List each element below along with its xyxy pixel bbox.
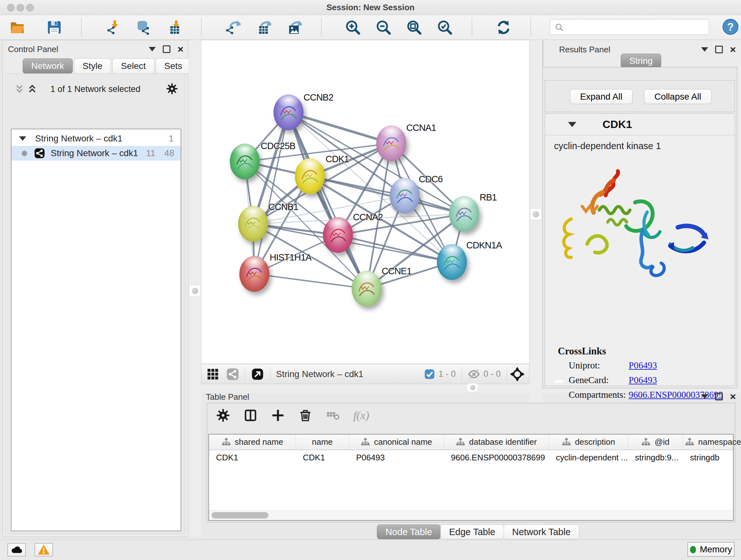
refresh-button[interactable]	[495, 19, 512, 36]
network-node-count: 11	[146, 148, 155, 159]
import-network-database-button[interactable]	[135, 19, 152, 36]
save-session-button[interactable]	[46, 19, 63, 36]
network-node-CDK1[interactable]	[295, 159, 325, 194]
table-cell[interactable]: 9606.ENSP00000378699	[444, 449, 549, 465]
show-columns-button[interactable]	[244, 408, 258, 422]
network-node-HIST1H1A[interactable]	[239, 256, 269, 292]
control-panel-float-icon[interactable]	[163, 45, 171, 53]
results-panel-float-icon[interactable]	[715, 46, 723, 53]
crosslink-row: Compartments: 9606.ENSP00000378699	[569, 389, 626, 400]
table-panel-float-icon[interactable]	[715, 393, 723, 400]
right-splitter-handle[interactable]	[530, 208, 542, 220]
network-column-icon	[562, 437, 571, 447]
network-canvas[interactable]: CCNB2 CCNA1 CDC25B CDK1 CDC6 RB1	[201, 40, 529, 364]
tab-node-table[interactable]: Node Table	[377, 524, 441, 539]
table-settings-gear-button[interactable]	[216, 408, 230, 422]
column-header-description[interactable]: description	[549, 435, 628, 449]
control-panel-body: 1 of 1 Network selected String Network –…	[5, 73, 185, 534]
warnings-button[interactable]	[35, 543, 53, 557]
network-collection-row[interactable]: String Network – cdk1 1	[11, 131, 181, 146]
memory-button[interactable]: Memory	[687, 542, 735, 557]
table-cell[interactable]: P06493	[349, 449, 444, 465]
open-file-button[interactable]	[9, 19, 25, 36]
tab-select[interactable]: Select	[112, 58, 154, 74]
birdseye-view-button[interactable]	[251, 368, 264, 381]
column-header-namespace[interactable]: namespace	[683, 435, 741, 449]
network-node-CCNB1[interactable]	[238, 206, 268, 242]
table-cell[interactable]: cyclin-dependent ...	[549, 449, 628, 465]
show-grid-button[interactable]	[206, 368, 219, 381]
protein-structure-image	[551, 162, 724, 289]
fit-selected-button[interactable]	[510, 367, 525, 381]
node-label-CCNE1: CCNE1	[382, 266, 411, 276]
cloud-button[interactable]	[7, 543, 26, 557]
tab-string[interactable]: String	[621, 54, 661, 68]
network-node-CDKN1A[interactable]	[437, 244, 467, 280]
tab-network-table[interactable]: Network Table	[503, 524, 579, 539]
network-share-view-button[interactable]	[226, 368, 239, 381]
column-header-name[interactable]: name	[296, 435, 349, 449]
table-cell[interactable]: stringdb	[683, 449, 741, 465]
export-image-button[interactable]	[286, 19, 302, 36]
zoom-selected-button[interactable]	[436, 19, 453, 36]
horizontal-splitter-handle[interactable]	[467, 383, 479, 392]
network-selection-summary: 1 of 1 Network selected	[6, 84, 185, 94]
export-table-button[interactable]	[255, 19, 272, 36]
table-panel-menu-icon[interactable]	[701, 394, 708, 399]
collapse-all-button[interactable]: Collapse All	[644, 89, 712, 104]
tab-style[interactable]: Style	[74, 58, 111, 74]
results-panel-menu-icon[interactable]	[701, 47, 708, 52]
table-cell[interactable]: stringdb:9...	[628, 449, 683, 465]
column-header--id[interactable]: @id	[628, 435, 683, 449]
column-header-canonical-name[interactable]: canonical name	[349, 435, 444, 449]
table-panel-close-icon[interactable]: ×	[730, 393, 736, 400]
selected-nodes-checkbox[interactable]	[424, 368, 435, 380]
export-network-button[interactable]	[225, 19, 241, 36]
network-node-RB1[interactable]	[449, 196, 479, 232]
collection-expand-icon[interactable]	[19, 136, 26, 141]
network-node-CDC6[interactable]	[390, 178, 420, 213]
network-node-CDC25B[interactable]	[230, 144, 260, 179]
add-column-button[interactable]	[271, 408, 285, 422]
tab-edge-table[interactable]: Edge Table	[441, 524, 504, 539]
crosslink-link[interactable]: P06493	[629, 375, 657, 385]
gene-entry-header[interactable]: CDK1	[545, 114, 735, 135]
zoom-in-button[interactable]	[345, 19, 361, 36]
results-hscroll-thumb[interactable]	[554, 379, 564, 384]
results-panel-close-icon[interactable]: ×	[730, 46, 736, 53]
network-row[interactable]: String Network – cdk1 11 48	[11, 146, 181, 161]
hidden-elements-icon[interactable]	[468, 368, 480, 381]
node-label-CCNA2: CCNA2	[353, 212, 383, 223]
delete-column-button[interactable]	[298, 408, 313, 422]
column-header-database-identifier[interactable]: database identifier	[444, 435, 549, 449]
help-button[interactable]: ?	[722, 18, 739, 35]
table-cell[interactable]: CDK1	[296, 449, 349, 465]
function-builder-button[interactable]: f(x)	[353, 409, 369, 422]
control-panel-menu-icon[interactable]	[149, 47, 156, 51]
crosslink-link[interactable]: P06493	[629, 360, 657, 371]
crosslinks-title: CrossLinks	[558, 346, 606, 357]
search-input[interactable]	[567, 20, 705, 34]
control-panel-close-icon[interactable]: ×	[178, 46, 184, 52]
zoom-fit-button[interactable]	[406, 19, 422, 36]
left-splitter[interactable]	[188, 40, 201, 537]
column-header-shared-name[interactable]: shared name	[209, 435, 296, 449]
left-splitter-handle[interactable]	[189, 285, 201, 297]
network-node-CCNE1[interactable]	[352, 271, 382, 307]
protein-ribbon-thumb	[242, 211, 265, 237]
delete-table-button[interactable]	[326, 408, 340, 422]
import-table-button[interactable]	[166, 19, 183, 36]
network-node-CCNB2[interactable]	[273, 95, 304, 130]
tab-sets[interactable]: Sets	[156, 58, 191, 74]
results-panel-title: Results Panel	[559, 45, 610, 55]
table-cell[interactable]: CDK1	[209, 449, 296, 465]
zoom-out-button[interactable]	[375, 19, 392, 36]
network-node-CCNA2[interactable]	[323, 217, 353, 253]
expand-all-button[interactable]: Expand All	[570, 89, 632, 104]
network-node-CCNA1[interactable]	[376, 125, 406, 161]
import-network-button[interactable]	[105, 19, 121, 36]
collapse-entry-icon[interactable]	[568, 122, 576, 127]
tab-network[interactable]: Network	[23, 58, 73, 74]
table-hscroll-thumb[interactable]	[212, 512, 268, 518]
network-options-gear-icon[interactable]	[166, 83, 178, 96]
